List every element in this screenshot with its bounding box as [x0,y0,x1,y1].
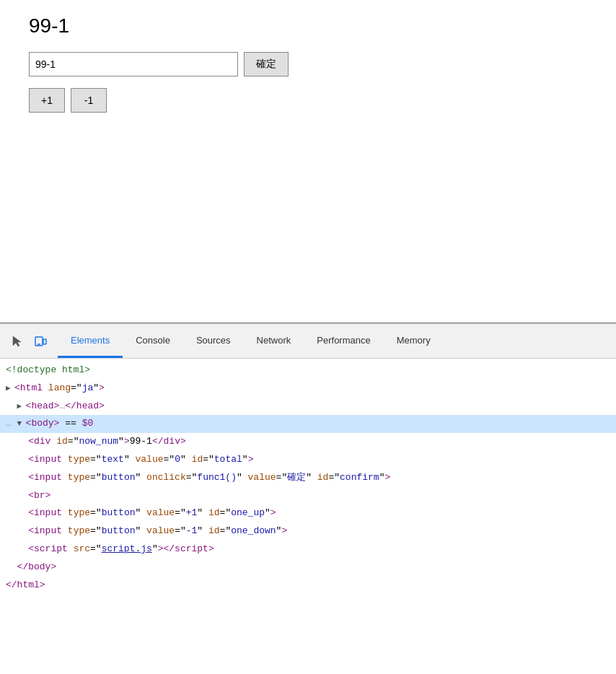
tab-performance[interactable]: Performance [304,324,383,358]
input-row: 確定 [29,52,587,76]
cursor-icon[interactable] [9,333,26,350]
input-text-line[interactable]: <input type="text" value="0" id="total"> [0,451,616,469]
tab-memory[interactable]: Memory [384,324,444,358]
devtools-toolbar: Elements Console Sources Network Perform… [0,324,616,359]
tab-console[interactable]: Console [123,324,183,358]
svg-rect-1 [43,339,46,344]
html-close-line[interactable]: </html> [0,577,616,595]
input-one-down-line[interactable]: <input type="button" value="-1" id="one_… [0,522,616,540]
div-now-num-line[interactable]: <div id="now_num">99-1</div> [0,433,616,451]
stepper-row: +1 -1 [29,88,587,113]
tab-elements[interactable]: Elements [58,324,123,358]
page-title: 99-1 [29,14,587,38]
decrement-button[interactable]: -1 [71,88,107,113]
tab-sources[interactable]: Sources [183,324,244,358]
increment-button[interactable]: +1 [29,88,65,113]
head-collapsed-line[interactable]: ▶<head>…</head> [0,398,616,416]
confirm-button[interactable]: 確定 [244,52,289,76]
browser-page: 99-1 確定 +1 -1 [0,0,616,323]
elements-panel: <!doctype html> ▶<html lang="ja"> ▶<head… [0,359,616,674]
toolbar-icons [0,324,58,358]
input-one-up-line[interactable]: <input type="button" value="+1" id="one_… [0,504,616,522]
devtools-panel: Elements Console Sources Network Perform… [0,323,616,674]
script-src-line[interactable]: <script src="script.js"></script> [0,540,616,559]
input-button-confirm-line[interactable]: <input type="button" onclick="func1()" v… [0,469,616,487]
tab-network[interactable]: Network [244,324,304,358]
br-line[interactable]: <br> [0,487,616,505]
html-open-line[interactable]: ▶<html lang="ja"> [0,380,616,398]
body-open-line[interactable]: … ▼<body> == $0 [0,415,616,433]
doctype-line: <!doctype html> [0,362,616,380]
body-close-line[interactable]: </body> [0,559,616,577]
total-input[interactable] [29,52,238,76]
device-icon[interactable] [32,333,49,350]
